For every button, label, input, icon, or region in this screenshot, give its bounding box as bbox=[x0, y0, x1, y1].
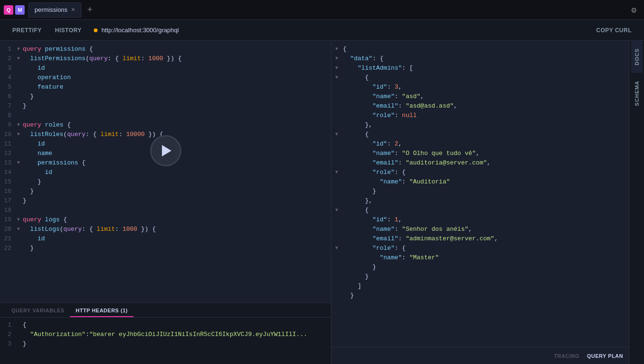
result-line-26: } bbox=[331, 291, 629, 300]
editor-panel: 1 ▼ query permissions { 2 ▼ listPermissi… bbox=[0, 41, 331, 364]
line-content-5: feature bbox=[23, 82, 331, 92]
m-icon: M bbox=[15, 5, 25, 15]
header-content-2: "Authorization":"bearer eyJhbGciOiJIUzI1… bbox=[23, 330, 331, 339]
tab-query-variables[interactable]: QUERY VARIABLES bbox=[6, 306, 70, 317]
tab-http-headers[interactable]: HTTP HEADERS (1) bbox=[70, 306, 134, 317]
result-content-20: "email": "adminmaster@server.com", bbox=[343, 234, 629, 244]
result-arrow-0[interactable]: ▼ bbox=[335, 45, 343, 54]
collapse-2[interactable]: ▼ bbox=[17, 54, 23, 64]
line-num-12: 12 bbox=[0, 149, 17, 158]
result-line-18: "id": 1, bbox=[331, 215, 629, 225]
result-content-4: "id": 3, bbox=[343, 82, 629, 92]
collapse-13[interactable]: ▼ bbox=[17, 158, 23, 168]
play-icon bbox=[162, 145, 171, 156]
result-line-8: }, bbox=[331, 120, 629, 130]
line-num-10: 10 bbox=[0, 130, 17, 139]
line-content-4: operation bbox=[23, 73, 331, 82]
line-content-17: } bbox=[23, 196, 331, 206]
result-line-23: } bbox=[331, 263, 629, 272]
line-content-9: query roles { bbox=[23, 120, 331, 130]
line-num-4: 4 bbox=[0, 73, 17, 82]
code-line-2: 2 ▼ listPermissions(query: { limit: 1000… bbox=[0, 54, 331, 64]
settings-icon[interactable]: ⚙ bbox=[627, 1, 640, 19]
result-arrow-9[interactable]: ▼ bbox=[335, 130, 343, 139]
code-line-6: 6 } bbox=[0, 92, 331, 101]
code-line-7: 7 } bbox=[0, 101, 331, 111]
line-num-11: 11 bbox=[0, 139, 17, 149]
code-line-21: 21 id bbox=[0, 234, 331, 244]
result-line-16: }, bbox=[331, 196, 629, 206]
result-content-22: "name": "Master" bbox=[343, 253, 629, 263]
line-content-20: listLogs(query: { limit: 1000 }) { bbox=[23, 225, 331, 234]
code-line-15: 15 } bbox=[0, 177, 331, 187]
docs-button[interactable]: DOCS bbox=[631, 41, 643, 73]
header-line-1: 1 { bbox=[0, 320, 331, 330]
copy-curl-button[interactable]: COPY CURL bbox=[590, 24, 638, 36]
result-line-6: "email": "asd@asd.asd", bbox=[331, 101, 629, 111]
result-line-9: ▼ { bbox=[331, 130, 629, 139]
header-line-num-2: 2 bbox=[0, 330, 17, 339]
code-line-5: 5 feature bbox=[0, 82, 331, 92]
result-content-21: "role": { bbox=[343, 244, 629, 253]
code-line-1: 1 ▼ query permissions { bbox=[0, 45, 331, 54]
tracing-button[interactable]: TRACING bbox=[554, 353, 580, 359]
line-num-2: 2 bbox=[0, 54, 17, 64]
line-content-3: id bbox=[23, 64, 331, 73]
result-content-11: "name": "O Olho que tudo vê", bbox=[343, 149, 629, 158]
result-line-2: ▼ "listAdmins": [ bbox=[331, 64, 629, 73]
tab-close-button[interactable]: × bbox=[71, 6, 75, 14]
collapse-20[interactable]: ▼ bbox=[17, 225, 23, 234]
result-arrow-13[interactable]: ▼ bbox=[335, 168, 343, 177]
line-num-21: 21 bbox=[0, 234, 17, 244]
line-content-18 bbox=[23, 206, 331, 215]
add-tab-button[interactable]: + bbox=[83, 3, 97, 17]
bottom-content: 1 { 2 "Authorization":"bearer eyJhbGciOi… bbox=[0, 318, 331, 352]
play-button[interactable] bbox=[152, 136, 180, 165]
result-arrow-17[interactable]: ▼ bbox=[335, 206, 343, 215]
code-line-3: 3 id bbox=[0, 64, 331, 73]
result-line-1: ▼ "data": { bbox=[331, 54, 629, 64]
toolbar: PRETTIFY HISTORY http://localhost:3000/g… bbox=[0, 20, 644, 41]
history-button[interactable]: HISTORY bbox=[48, 24, 88, 36]
result-arrow-21[interactable]: ▼ bbox=[335, 244, 343, 253]
result-line-7: "role": null bbox=[331, 111, 629, 120]
result-content-25: ] bbox=[343, 282, 629, 291]
collapse-1[interactable]: ▼ bbox=[17, 45, 23, 54]
line-num-17: 17 bbox=[0, 196, 17, 206]
query-plan-button[interactable]: QUERY PLAN bbox=[587, 353, 623, 359]
code-line-20: 20 ▼ listLogs(query: { limit: 1000 }) { bbox=[0, 225, 331, 234]
header-line-num-1: 1 bbox=[0, 320, 17, 330]
results-content[interactable]: ▼ { ▼ "data": { ▼ "listAdmins": [ ▼ { bbox=[331, 41, 629, 347]
tab-bar: Q M permissions × + ⚙ bbox=[0, 0, 644, 20]
collapse-19[interactable]: ▼ bbox=[17, 215, 23, 225]
collapse-10[interactable]: ▼ bbox=[17, 130, 23, 139]
result-content-1: "data": { bbox=[343, 54, 629, 64]
prettify-button[interactable]: PRETTIFY bbox=[6, 24, 48, 36]
code-line-18: 18 bbox=[0, 206, 331, 215]
line-content-13: permissions { bbox=[23, 158, 331, 168]
line-content-19: query logs { bbox=[23, 215, 331, 225]
line-num-22: 22 bbox=[0, 244, 17, 253]
result-content-8: }, bbox=[343, 120, 629, 130]
result-content-24: } bbox=[343, 272, 629, 282]
line-num-5: 5 bbox=[0, 82, 17, 92]
result-arrow-2[interactable]: ▼ bbox=[335, 64, 343, 73]
result-line-5: "name": "asd", bbox=[331, 92, 629, 101]
schema-button[interactable]: SCHEMA bbox=[631, 73, 643, 114]
result-line-24: } bbox=[331, 272, 629, 282]
result-arrow-3[interactable]: ▼ bbox=[335, 73, 343, 82]
collapse-9[interactable]: ▼ bbox=[17, 120, 23, 130]
line-content-15: } bbox=[23, 177, 331, 187]
header-line-num-3: 3 bbox=[0, 339, 17, 349]
url-display: http://localhost:3000/graphql bbox=[101, 27, 179, 34]
result-line-20: "email": "adminmaster@server.com", bbox=[331, 234, 629, 244]
line-num-19: 19 bbox=[0, 215, 17, 225]
result-line-21: ▼ "role": { bbox=[331, 244, 629, 253]
line-num-13: 13 bbox=[0, 158, 17, 168]
result-content-18: "id": 1, bbox=[343, 215, 629, 225]
header-content-1: { bbox=[23, 320, 331, 330]
line-num-7: 7 bbox=[0, 101, 17, 111]
tab-permissions[interactable]: permissions × bbox=[28, 2, 81, 18]
result-line-4: "id": 3, bbox=[331, 82, 629, 92]
result-arrow-1[interactable]: ▼ bbox=[335, 54, 343, 64]
